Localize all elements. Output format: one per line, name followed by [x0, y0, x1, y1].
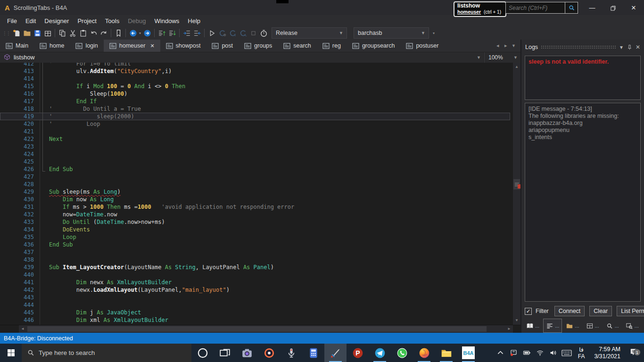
tab-reg[interactable]: reg: [317, 40, 347, 52]
tab-Main[interactable]: Main: [0, 40, 34, 52]
nav-back-icon[interactable]: [128, 28, 138, 38]
start-button[interactable]: [0, 344, 22, 362]
pin-icon[interactable]: [627, 44, 633, 50]
run-icon[interactable]: [206, 28, 217, 38]
taskbar-search[interactable]: Type here to search: [22, 344, 191, 362]
bookmark-icon[interactable]: [113, 28, 124, 38]
close-button[interactable]: ✕: [623, 0, 644, 15]
quick-switch-popup[interactable]: listshow homeuser (ctrl + 1): [454, 1, 506, 17]
tool-window-magnifier-window[interactable]: ...: [623, 319, 642, 333]
tab-login[interactable]: login: [70, 40, 103, 52]
code-line-426[interactable]: 426End Sub: [0, 165, 510, 173]
code-line-416[interactable]: 416 Sleep(1000): [0, 90, 510, 98]
close-tab-icon[interactable]: ✕: [150, 43, 154, 49]
scroll-up-icon[interactable]: ▲: [513, 64, 520, 70]
scroll-right-icon[interactable]: ►: [505, 325, 513, 333]
nav-back-dropdown-icon[interactable]: ▾: [139, 31, 141, 35]
maximize-button[interactable]: [603, 0, 623, 15]
close-panel-icon[interactable]: ✕: [636, 44, 640, 50]
code-line-418[interactable]: 418' Do Until a = True: [0, 105, 510, 113]
stop-icon[interactable]: [248, 28, 258, 38]
volume-icon[interactable]: [548, 349, 559, 357]
taskbar-voice-recorder-icon[interactable]: [280, 344, 302, 362]
build-configuration-dropdown[interactable]: barchasb▼: [354, 27, 429, 39]
clear-button[interactable]: Clear: [589, 306, 612, 316]
action-center-button[interactable]: 1: [626, 348, 642, 358]
code-line-429[interactable]: 429Sub sleep(ms As Long): [0, 188, 510, 196]
save-icon[interactable]: [32, 28, 42, 38]
code-line-441[interactable]: 441 Dim newx As XmlLayoutBuilder: [0, 279, 510, 286]
code-line-431[interactable]: 431 If ms > 1000 Then ms =1000 'avoid ap…: [0, 203, 510, 211]
tab-home[interactable]: home: [34, 40, 70, 52]
tab-scroll-left-icon[interactable]: ◄: [495, 43, 500, 48]
tool-window-magnifier[interactable]: ...: [603, 319, 622, 333]
touch-keyboard-icon[interactable]: [561, 350, 572, 356]
build-mode-dropdown[interactable]: Release▼: [272, 27, 347, 39]
taskbar-psiphon-icon[interactable]: P: [347, 344, 369, 362]
logs-header[interactable]: Logs ▼ ✕: [521, 41, 644, 53]
tool-window-folder[interactable]: ...: [563, 319, 582, 333]
code-line-434[interactable]: 434 DoEvents: [0, 226, 510, 233]
open-project-icon[interactable]: [22, 28, 32, 38]
taskbar-file-explorer-icon[interactable]: [435, 344, 457, 362]
filter-checkbox[interactable]: ✓: [525, 308, 532, 315]
menu-project[interactable]: Project: [73, 17, 100, 25]
minimize-button[interactable]: —: [582, 0, 603, 15]
nav-forward-icon[interactable]: [142, 28, 152, 38]
code-line-419[interactable]: 419' sleep(2000): [0, 113, 510, 120]
taskbar-ring-app-icon[interactable]: [258, 344, 280, 362]
copy-icon[interactable]: [57, 28, 67, 38]
code-line-414[interactable]: 414: [0, 75, 510, 82]
redo-icon[interactable]: [99, 28, 109, 38]
export-icon[interactable]: [42, 28, 53, 38]
toolbar-grip[interactable]: ⋮⋮: [2, 31, 10, 36]
tool-window-grid-window[interactable]: ...: [583, 319, 602, 333]
search-input[interactable]: [506, 5, 565, 11]
new-project-icon[interactable]: [11, 28, 22, 38]
scroll-down-icon[interactable]: ▼: [513, 317, 520, 324]
tab-homeuser[interactable]: homeuser✕: [104, 40, 160, 52]
code-line-435[interactable]: 435 Loop: [0, 233, 510, 241]
code-line-428[interactable]: 428: [0, 181, 510, 188]
code-line-445[interactable]: 445 Dim j As JavaObject: [0, 309, 510, 316]
clock[interactable]: 7:59 AM3/31/2021: [590, 346, 624, 360]
code-line-415[interactable]: 415 If i Mod 100 = 0 And i <> 0 Then: [0, 82, 510, 90]
code-line-425[interactable]: 425: [0, 158, 510, 165]
code-line-433[interactable]: 433 Do Until (DateTime.now>now+ms): [0, 218, 510, 226]
code-line-412[interactable]: 412' For i=0 To limit: [0, 63, 510, 67]
tablet-sync-icon[interactable]: [508, 349, 520, 357]
code-line-446[interactable]: 446 Dim xml As XmlLayoutBuilder: [0, 316, 510, 324]
tab-groupsearch[interactable]: groupsearch: [347, 40, 401, 52]
tab-postuser[interactable]: postuser: [400, 40, 444, 52]
code-line-421[interactable]: 421: [0, 128, 510, 135]
panel-menu-icon[interactable]: ▼: [619, 45, 624, 50]
timer-icon[interactable]: [258, 28, 269, 38]
wifi-icon[interactable]: [535, 349, 546, 357]
chevron-up-icon[interactable]: [495, 349, 506, 357]
code-line-427[interactable]: 427: [0, 173, 510, 181]
menu-designer[interactable]: Designer: [40, 17, 73, 25]
taskbar-camera-app-icon[interactable]: [236, 344, 258, 362]
tool-window-book[interactable]: ...: [523, 319, 542, 333]
paste-icon[interactable]: [78, 28, 88, 38]
toolbar-overflow-icon[interactable]: ▾: [433, 31, 435, 35]
debug-2-icon[interactable]: [227, 28, 238, 38]
zoom-selector[interactable]: 100%▼: [485, 52, 520, 63]
debug-1-icon[interactable]: [217, 28, 227, 38]
taskbar-cortana-icon[interactable]: [191, 344, 214, 362]
code-line-420[interactable]: 420' Loop: [0, 120, 510, 128]
language-indicator[interactable]: فاFA: [574, 346, 589, 360]
taskbar-firefox-icon[interactable]: [413, 344, 435, 362]
tab-search[interactable]: search: [278, 40, 317, 52]
cut-icon[interactable]: [67, 28, 78, 38]
debug-3-icon[interactable]: [238, 28, 248, 38]
code-line-439[interactable]: 439Sub Item_LayoutCreator(LayoutName As …: [0, 263, 510, 271]
menu-file[interactable]: File: [3, 17, 21, 25]
code-line-438[interactable]: 438: [0, 256, 510, 263]
swap-right-icon[interactable]: [192, 28, 202, 38]
list-permissio-button[interactable]: List Permissio: [617, 306, 644, 316]
scrollbar-thumb[interactable]: [27, 326, 487, 332]
code-line-424[interactable]: 424: [0, 150, 510, 158]
title-search-box[interactable]: [505, 2, 578, 14]
code-line-444[interactable]: 444: [0, 301, 510, 309]
